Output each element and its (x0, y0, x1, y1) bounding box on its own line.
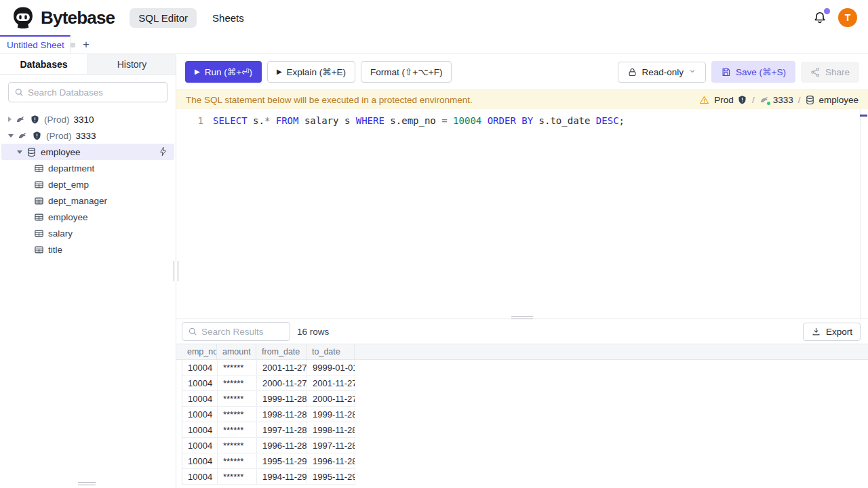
database-crumb[interactable]: employee (805, 95, 859, 105)
table-cell: 1999-11-28 (257, 391, 307, 406)
table-icon (34, 212, 44, 222)
export-button[interactable]: Export (803, 323, 861, 341)
results-panel: 16 rows Export emp_noamountfrom_dateto_d… (176, 319, 868, 488)
top-nav: SQL Editor Sheets (130, 8, 253, 28)
sidebar-bottom-resize-handle[interactable] (78, 482, 96, 485)
editor-overview-ruler (860, 109, 861, 319)
table-cell: 10004 (182, 469, 218, 484)
chevron-down-icon (688, 67, 696, 77)
tab-untitled-sheet[interactable]: Untitled Sheet (0, 35, 71, 54)
code-line-content: SELECT s.* FROM salary s WHERE s.emp_no … (203, 115, 625, 127)
save-button[interactable]: Save (⌘+S) (711, 61, 795, 83)
share-icon (810, 67, 821, 77)
database-name: employee (41, 147, 81, 157)
table-cell: 1998-11-28 (257, 407, 307, 422)
notifications-button[interactable] (812, 10, 827, 25)
table-name: dept_emp (48, 180, 89, 190)
splitter-handle[interactable] (511, 316, 533, 319)
database-search[interactable] (8, 82, 167, 102)
table-icon (34, 196, 44, 206)
bytebase-sql-editor-app: Bytebase SQL Editor Sheets T Untitled Sh… (0, 0, 868, 488)
table-icon (34, 180, 44, 190)
avatar[interactable]: T (838, 8, 857, 27)
table-cell: 10004 (182, 438, 218, 453)
database-icon (26, 147, 37, 157)
sidebar-table-department[interactable]: department (0, 160, 176, 176)
results-table: emp_noamountfrom_dateto_date 10004******… (176, 344, 868, 488)
database-employee[interactable]: employee (1, 144, 174, 160)
explain-button[interactable]: ▶ Explain (⌘+E) (267, 61, 355, 83)
table-cell: 1998-11-28 (307, 422, 355, 437)
mysql-icon (18, 131, 28, 141)
nav-sql-editor[interactable]: SQL Editor (130, 8, 197, 28)
instance-prod-3310[interactable]: (Prod) 3310 (0, 111, 176, 127)
environment-badge[interactable]: Prod (714, 95, 747, 105)
sidebar-table-employee[interactable]: employee (0, 209, 176, 225)
table-cell: 1997-11-28 (307, 438, 355, 453)
connect-bolt-icon[interactable] (158, 146, 168, 159)
table-cell: 2001-11-27 (257, 360, 307, 375)
instance-prod-3333[interactable]: (Prod) 3333 (0, 127, 176, 144)
column-header-from_date[interactable]: from_date (256, 344, 307, 359)
table-row[interactable]: 10004******2001-11-279999-01-01 (182, 360, 355, 375)
search-databases-input[interactable] (28, 87, 161, 98)
sidebar-table-title[interactable]: title (0, 241, 176, 258)
row-count: 16 rows (297, 327, 329, 337)
search-results-input[interactable] (201, 327, 284, 337)
play-icon: ▶ (277, 68, 282, 75)
table-row[interactable]: 10004******1998-11-281999-11-28 (182, 407, 355, 422)
table-cell: 10004 (182, 422, 218, 437)
instance-name: 3310 (74, 115, 94, 125)
tab-history[interactable]: History (88, 54, 176, 74)
table-cell: ****** (218, 360, 257, 375)
search-icon (14, 87, 24, 97)
connection-breadcrumb: Prod / 3333 / employee (699, 95, 859, 105)
results-search[interactable] (182, 322, 290, 341)
new-sheet-button[interactable]: + (79, 35, 94, 54)
table-cell: 2001-11-27 (307, 375, 355, 390)
instance-env: (Prod) (44, 115, 70, 125)
results-body: 10004******2001-11-279999-01-0110004****… (182, 360, 355, 485)
save-icon (721, 67, 731, 77)
chevron-right-icon (8, 117, 12, 122)
sidebar-tabs: Databases History (0, 54, 176, 75)
share-button[interactable]: Share (801, 62, 859, 83)
table-cell: 10004 (182, 407, 218, 422)
run-button[interactable]: ▶ Run (⌘+⏎) (185, 61, 262, 83)
table-row[interactable]: 10004******2000-11-272001-11-27 (182, 375, 355, 391)
sidebar-table-dept_emp[interactable]: dept_emp (0, 176, 176, 192)
table-row[interactable]: 10004******1996-11-281997-11-28 (182, 438, 355, 453)
table-row[interactable]: 10004******1994-11-291995-11-29 (182, 469, 355, 485)
database-tree: (Prod) 3310 (Prod) 3333 (0, 110, 176, 488)
readonly-mode-dropdown[interactable]: Read-only (618, 62, 707, 83)
bytebase-logo-icon (11, 5, 35, 30)
sql-code-editor[interactable]: 1 SELECT s.* FROM salary s WHERE s.emp_n… (176, 109, 868, 319)
results-header-row: emp_noamountfrom_dateto_date (176, 344, 868, 360)
table-cell: 1999-11-28 (307, 407, 355, 422)
table-row[interactable]: 10004******1995-11-291996-11-28 (182, 453, 355, 469)
shield-alert-icon (737, 95, 747, 105)
sidebar-table-salary[interactable]: salary (0, 225, 176, 241)
sidebar-table-dept_manager[interactable]: dept_manager (0, 192, 176, 209)
table-row[interactable]: 10004******1997-11-281998-11-28 (182, 422, 355, 438)
breadcrumb-separator: / (752, 95, 755, 105)
table-row[interactable]: 10004******1999-11-282000-11-27 (182, 391, 355, 407)
table-list: departmentdept_empdept_manageremployeesa… (0, 160, 176, 258)
shield-alert-icon (30, 115, 40, 125)
nav-sheets[interactable]: Sheets (203, 8, 253, 28)
column-header-emp_no[interactable]: emp_no (182, 344, 217, 359)
warning-icon (699, 95, 709, 105)
mysql-icon (760, 95, 770, 105)
column-header-to_date[interactable]: to_date (307, 344, 355, 359)
tab-databases[interactable]: Databases (0, 54, 88, 74)
sidebar-resize-handle[interactable] (174, 261, 178, 281)
notification-dot (824, 8, 830, 14)
column-header-amount[interactable]: amount (217, 344, 256, 359)
table-cell: 2000-11-27 (307, 391, 355, 406)
table-cell: ****** (218, 391, 257, 406)
instance-crumb[interactable]: 3333 (760, 95, 793, 105)
brand[interactable]: Bytebase (11, 5, 115, 30)
banner-message: The SQL statement below will be executed… (186, 95, 473, 105)
table-cell: ****** (218, 375, 257, 390)
format-button[interactable]: Format (⇧+⌥+F) (361, 61, 452, 83)
